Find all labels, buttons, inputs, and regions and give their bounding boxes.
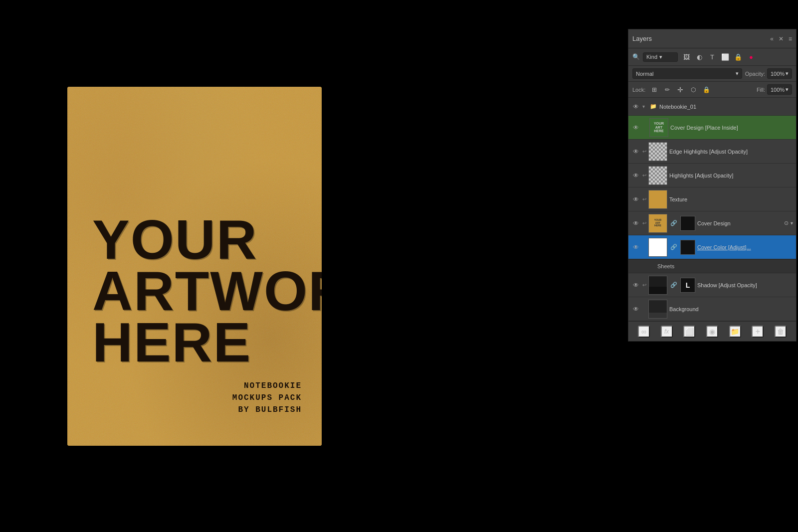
new-layer-button[interactable]: +: [752, 326, 764, 338]
notebook-mockup: YOUR ARTWORK HERE NOTEBOOKIE MOCKUPS PAC…: [67, 87, 322, 446]
panel-collapse-icon[interactable]: «: [770, 35, 774, 42]
panel-header-icons: « ✕ ≡: [770, 35, 792, 42]
panel-title: Layers: [632, 35, 652, 42]
canvas-area: YOUR ARTWORK HERE NOTEBOOKIE MOCKUPS PAC…: [0, 0, 389, 532]
filter-shape-icon[interactable]: ⬜: [720, 51, 731, 62]
eye-icon-texture[interactable]: 👁: [631, 195, 640, 204]
layers-panel: Layers « ✕ ≡ 🔍 Kind ▾ 🖼 ◐ T ⬜ 🔒 ● Normal…: [628, 29, 797, 342]
layer-name-highlights: Highlights [Adjust Opacity]: [669, 173, 793, 178]
search-icon: 🔍: [632, 53, 640, 60]
layer-mask-shadow: L: [680, 278, 695, 293]
panel-close-icon[interactable]: ✕: [779, 35, 784, 42]
layer-thumb-cover-design: YOURARTHERE: [649, 118, 668, 137]
eye-icon-edge-highlights[interactable]: 👁: [631, 147, 640, 156]
filter-type-icon[interactable]: T: [707, 51, 718, 62]
opacity-label: Opacity:: [745, 71, 765, 77]
smart-obj-indicator: ⊙: [784, 220, 789, 226]
layer-texture[interactable]: 👁 ↩ Texture: [628, 187, 796, 211]
layer-background[interactable]: 👁 Background: [628, 297, 796, 321]
link-chain-shadow: 🔗: [670, 282, 677, 288]
layer-name-cover-color: Cover Color [Adjust]...: [697, 244, 793, 250]
layer-cover-color[interactable]: 👁 🔗 Cover Color [Adjust]...: [628, 235, 796, 259]
sheets-label: Sheets: [657, 263, 674, 269]
layer-thumb-shadow-dark: [648, 276, 667, 295]
layer-thumb-texture: [648, 190, 667, 209]
fill-label: Fill:: [757, 87, 765, 93]
link-indicator-texture: ↩: [642, 196, 646, 202]
layer-name-texture: Texture: [669, 196, 793, 202]
layer-mask-cover-color: [680, 240, 695, 255]
eye-icon-cover-design-group[interactable]: 👁: [631, 219, 640, 228]
layer-name-cover-design-group: Cover Design: [697, 220, 782, 226]
layers-list: 👁 ▾ 📁 Notebookie_01 👁 YOURARTHERE Cover …: [628, 98, 796, 321]
layer-shadow[interactable]: 👁 ↩ 🔗 L Shadow [Adjust Opacity]: [628, 273, 796, 297]
eye-icon-cover-color[interactable]: 👁: [631, 243, 640, 252]
sheets-divider: Sheets: [628, 259, 796, 273]
lock-paint-icon[interactable]: ✏: [662, 85, 672, 95]
chevron-right-cover[interactable]: ▾: [791, 220, 793, 226]
layer-name-notebookie: Notebookie_01: [659, 104, 793, 110]
link-indicator-cover-design: ↩: [642, 220, 646, 226]
filter-icons: 🖼 ◐ T ⬜ 🔒 ●: [681, 51, 757, 62]
panel-title-area: Layers: [632, 35, 652, 42]
lock-move-icon[interactable]: ✛: [675, 85, 685, 95]
layer-name-cover-design-place: Cover Design [Place Inside]: [670, 125, 793, 131]
filter-pixel-icon[interactable]: 🖼: [681, 51, 692, 62]
layer-thumb-container-cover: YOURARTHERE: [649, 118, 668, 137]
fill-area: Fill: 100% ▾: [757, 84, 792, 95]
fx-button[interactable]: fx: [661, 326, 673, 338]
filter-select-kind[interactable]: Kind ▾: [643, 52, 678, 62]
layer-group-notebookie[interactable]: 👁 ▾ 📁 Notebookie_01: [628, 98, 796, 116]
panel-bottom-toolbar: ∞ fx ⬜ ◉ 📁 + 🗑: [628, 321, 796, 341]
expand-chevron[interactable]: ▾: [642, 104, 647, 109]
lock-row: Lock: ⊞ ✏ ✛ ⬡ 🔒 Fill: 100% ▾: [628, 82, 796, 98]
notebook-main-text-area: YOUR ARTWORK HERE: [92, 214, 312, 368]
layer-name-background: Background: [669, 306, 793, 312]
filter-bar: 🔍 Kind ▾ 🖼 ◐ T ⬜ 🔒 ●: [628, 48, 796, 66]
layer-cover-design-group[interactable]: 👁 ↩ YOURARTHERE 🔗 Cover Design ⊙ ▾: [628, 211, 796, 235]
lock-pixels-icon[interactable]: ⊞: [649, 85, 659, 95]
lock-artboard-icon[interactable]: ⬡: [688, 85, 698, 95]
layer-thumb-highlights: [648, 166, 667, 185]
layer-thumb-background: [648, 300, 667, 319]
link-indicator-edge: ↩: [642, 149, 646, 154]
eye-icon-highlights[interactable]: 👁: [631, 171, 640, 180]
opacity-value[interactable]: 100% ▾: [767, 68, 792, 79]
layer-edge-highlights[interactable]: 👁 ↩ Edge Highlights [Adjust Opacity]: [628, 140, 796, 164]
link-chain-icon: 🔗: [670, 220, 677, 226]
fill-value[interactable]: 100% ▾: [767, 84, 792, 95]
lock-icons: ⊞ ✏ ✛ ⬡ 🔒: [649, 85, 753, 95]
panel-menu-icon[interactable]: ≡: [789, 35, 792, 42]
filter-dot-icon[interactable]: ●: [746, 51, 757, 62]
notebook-main-text: YOUR ARTWORK HERE: [92, 214, 312, 368]
delete-layer-button[interactable]: 🗑: [775, 326, 787, 338]
mask-button[interactable]: ◉: [706, 326, 718, 338]
opacity-row: Opacity: 100% ▾: [745, 68, 792, 79]
eye-icon-background[interactable]: 👁: [631, 305, 640, 314]
layer-highlights[interactable]: 👁 ↩ Highlights [Adjust Opacity]: [628, 164, 796, 187]
blend-mode-row: Normal ▾ Opacity: 100% ▾: [628, 66, 796, 82]
folder-button[interactable]: 📁: [729, 326, 741, 338]
panel-header: Layers « ✕ ≡: [628, 29, 796, 48]
blend-mode-select[interactable]: Normal ▾: [632, 68, 742, 79]
filter-smart-icon[interactable]: 🔒: [733, 51, 744, 62]
eye-icon-shadow[interactable]: 👁: [631, 281, 640, 290]
eye-icon-group[interactable]: 👁: [631, 102, 640, 111]
eye-icon-cover-design-place[interactable]: 👁: [631, 123, 640, 132]
lock-label: Lock:: [632, 87, 645, 93]
link-layers-button[interactable]: ∞: [638, 326, 650, 338]
layer-mask-thumb-cover: [680, 216, 695, 231]
layer-thumb-cover-color-white: [648, 238, 667, 257]
link-indicator-shadow: ↩: [642, 282, 646, 288]
notebook-sub-text: NOTEBOOKIE MOCKUPS PACK BY BULBFISH: [232, 380, 302, 416]
filter-adjustment-icon[interactable]: ◐: [694, 51, 705, 62]
layer-cover-design-place[interactable]: 👁 YOURARTHERE Cover Design [Place Inside…: [628, 116, 796, 140]
link-chain-cover-color: 🔗: [670, 244, 677, 250]
layer-name-shadow: Shadow [Adjust Opacity]: [697, 282, 793, 288]
layer-thumb-cover-design-main: YOURARTHERE: [648, 214, 667, 233]
layer-thumb-edge: [648, 142, 667, 161]
thumb-container-cover-design: YOURARTHERE: [648, 214, 667, 233]
lock-all-icon[interactable]: 🔒: [701, 85, 711, 95]
link-indicator-highlights: ↩: [642, 173, 646, 178]
new-fill-adjustment-button[interactable]: ⬜: [683, 326, 695, 338]
